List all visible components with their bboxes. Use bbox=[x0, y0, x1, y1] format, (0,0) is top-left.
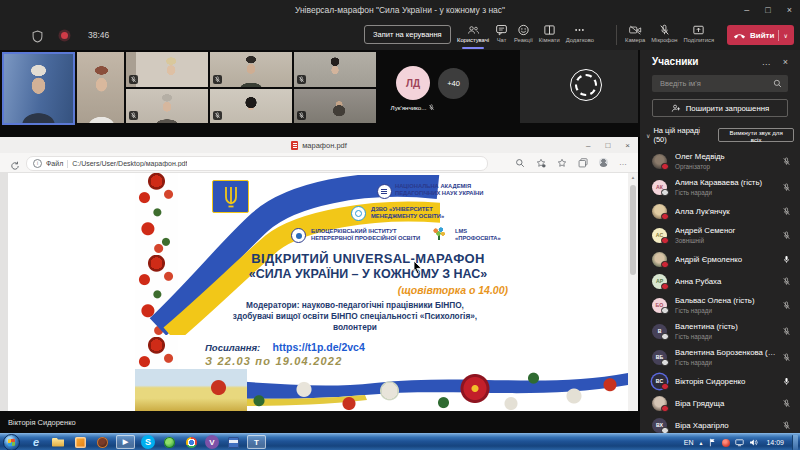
network-icon[interactable] bbox=[735, 438, 744, 447]
participant-row[interactable]: ВСВікторія Сидоренко bbox=[640, 370, 800, 392]
minimize-button[interactable]: – bbox=[586, 141, 590, 150]
info-icon[interactable]: i bbox=[33, 159, 42, 168]
browser-menu-icon[interactable]: … bbox=[619, 158, 628, 167]
request-control-button[interactable]: Запит на керування bbox=[364, 25, 451, 44]
mic-on-icon[interactable] bbox=[782, 377, 791, 386]
video-tile[interactable] bbox=[77, 52, 124, 123]
more-participants-badge[interactable]: +40 bbox=[438, 68, 469, 99]
file-explorer-icon[interactable] bbox=[50, 435, 66, 449]
close-panel-icon[interactable]: × bbox=[783, 57, 788, 67]
chevron-down-icon[interactable]: ∨ bbox=[783, 32, 787, 39]
hidden-icons-button[interactable]: ▲ bbox=[699, 440, 704, 446]
browser-address-bar: i Файл C:/Users/User/Desktop/марафон.pdf… bbox=[0, 153, 638, 173]
mic-off-icon[interactable] bbox=[782, 207, 791, 216]
mic-off-icon[interactable] bbox=[782, 231, 791, 240]
toolbar-tab-mic_off[interactable]: Мікрофон bbox=[648, 20, 680, 50]
mute-all-button[interactable]: Вимкнути звук для всіх bbox=[718, 128, 794, 142]
favorites-icon[interactable] bbox=[536, 158, 546, 168]
round-dark-app-icon[interactable] bbox=[94, 435, 110, 449]
participant-row[interactable]: БОБальвас Олена (гість)Гість наради bbox=[640, 292, 800, 318]
mic-off-icon[interactable] bbox=[782, 183, 791, 192]
poster-link-url[interactable]: https://t1p.de/2vc4 bbox=[273, 341, 365, 353]
toolbar-tab-rooms[interactable]: Кімнати bbox=[536, 20, 563, 50]
action-center-flag-icon[interactable] bbox=[708, 438, 717, 447]
video-tile[interactable] bbox=[294, 89, 376, 124]
mic-off-icon[interactable] bbox=[782, 327, 791, 336]
scroll-up-icon[interactable]: ▲ bbox=[631, 173, 635, 183]
scrollbar-thumb[interactable] bbox=[630, 185, 636, 275]
academy-logo-icon bbox=[377, 184, 392, 199]
video-tile-logo[interactable] bbox=[520, 50, 638, 123]
mic-off-icon[interactable] bbox=[782, 301, 791, 310]
maximize-button[interactable]: □ bbox=[765, 0, 770, 20]
video-tile[interactable] bbox=[126, 52, 208, 87]
participant-row[interactable]: ВГВіра Грядуща bbox=[640, 392, 800, 414]
participant-name: Анна Рубаха bbox=[675, 277, 778, 286]
star-icon[interactable] bbox=[557, 158, 567, 168]
mic-off-icon[interactable] bbox=[782, 353, 791, 362]
collections-icon[interactable] bbox=[578, 158, 588, 168]
profile-icon[interactable] bbox=[599, 158, 608, 167]
scrollbar[interactable]: ▲ ▼ bbox=[628, 173, 638, 433]
clock[interactable]: 14:09 bbox=[766, 439, 784, 446]
video-tile[interactable] bbox=[210, 52, 292, 87]
video-tile[interactable] bbox=[294, 52, 376, 87]
green-app-icon[interactable] bbox=[161, 435, 177, 449]
address-field[interactable]: i Файл C:/Users/User/Desktop/марафон.pdf bbox=[26, 156, 488, 171]
volume-icon[interactable] bbox=[749, 438, 758, 447]
participant-row[interactable]: ВБВалентина Борозенкова (гость) (...Гіст… bbox=[640, 344, 800, 370]
participant-row[interactable]: АЄАндрій Єрмоленко bbox=[640, 248, 800, 270]
search-box[interactable] bbox=[652, 75, 788, 92]
toolbar-tab-people[interactable]: Користувачі bbox=[454, 20, 492, 50]
more-options-icon[interactable]: … bbox=[762, 57, 771, 67]
media-player-icon[interactable]: ▶ bbox=[116, 435, 135, 449]
save-app-icon[interactable] bbox=[225, 435, 241, 449]
close-button[interactable]: × bbox=[787, 0, 792, 20]
video-tile-active-speaker[interactable] bbox=[2, 52, 75, 125]
tray-app-icon[interactable] bbox=[722, 439, 730, 447]
search-icon[interactable] bbox=[773, 79, 782, 88]
chrome-icon[interactable] bbox=[183, 435, 199, 449]
avatar: БО bbox=[652, 298, 667, 313]
mic-off-icon[interactable] bbox=[782, 157, 791, 166]
video-tile[interactable] bbox=[126, 89, 208, 124]
video-tile[interactable] bbox=[210, 89, 292, 124]
participant-row[interactable]: АКАлина Караваева (гість)Гість наради bbox=[640, 174, 800, 200]
umo-logo-icon bbox=[351, 206, 366, 221]
search-input[interactable] bbox=[658, 78, 773, 89]
start-button[interactable] bbox=[3, 434, 20, 450]
orange-app-icon[interactable] bbox=[72, 435, 88, 449]
taskbar-apps: e▶SVT bbox=[28, 434, 266, 450]
skype-icon[interactable]: S bbox=[141, 435, 155, 449]
mic-off-icon[interactable] bbox=[782, 421, 791, 430]
participant-row[interactable]: ОМОлег МедвідьОрганізатор bbox=[640, 148, 800, 174]
leave-button[interactable]: Вийти ∨ bbox=[727, 25, 794, 45]
show-desktop-button[interactable] bbox=[792, 435, 798, 450]
participant-row[interactable]: АЛАлла Лук'янчук bbox=[640, 200, 800, 222]
mic-off-icon[interactable] bbox=[782, 277, 791, 286]
share-invite-button[interactable]: Поширити запрошення bbox=[652, 99, 788, 117]
participant-row[interactable]: ВВалентина (гість)Гість наради bbox=[640, 318, 800, 344]
audio-participant-tile[interactable]: ЛД Лук'янчико... bbox=[383, 64, 443, 124]
toolbar-tab-more[interactable]: Додатково bbox=[563, 20, 597, 50]
viber-icon[interactable]: V bbox=[205, 435, 219, 449]
language-indicator[interactable]: EN bbox=[684, 439, 694, 446]
participant-row[interactable]: АРАнна Рубаха bbox=[640, 270, 800, 292]
toolbar-tab-camera_off[interactable]: Камера bbox=[622, 20, 648, 50]
zoom-icon[interactable] bbox=[515, 158, 525, 168]
mic-on-icon[interactable] bbox=[782, 255, 791, 264]
participant-row[interactable]: АСАндрей СеменогЗовнішній bbox=[640, 222, 800, 248]
close-button[interactable]: × bbox=[625, 141, 630, 150]
avatar: ВБ bbox=[652, 350, 667, 365]
minimize-button[interactable]: – bbox=[744, 0, 749, 20]
participant-row[interactable]: ВХВіра Харагірло bbox=[640, 414, 800, 433]
toolbar-tab-chat[interactable]: Чат bbox=[492, 20, 511, 50]
mic-off-icon[interactable] bbox=[782, 399, 791, 408]
internet-explorer-icon[interactable]: e bbox=[28, 435, 44, 449]
maximize-button[interactable]: □ bbox=[605, 141, 610, 150]
toolbar-tab-share[interactable]: Поділитися bbox=[681, 20, 718, 50]
poster-moderators: Модератори: науково-педагогічні працівни… bbox=[190, 300, 520, 311]
teams-icon[interactable]: T bbox=[247, 435, 266, 449]
chevron-down-icon[interactable]: ∨ bbox=[646, 132, 650, 139]
toolbar-tab-reactions[interactable]: Реакції bbox=[511, 20, 536, 50]
